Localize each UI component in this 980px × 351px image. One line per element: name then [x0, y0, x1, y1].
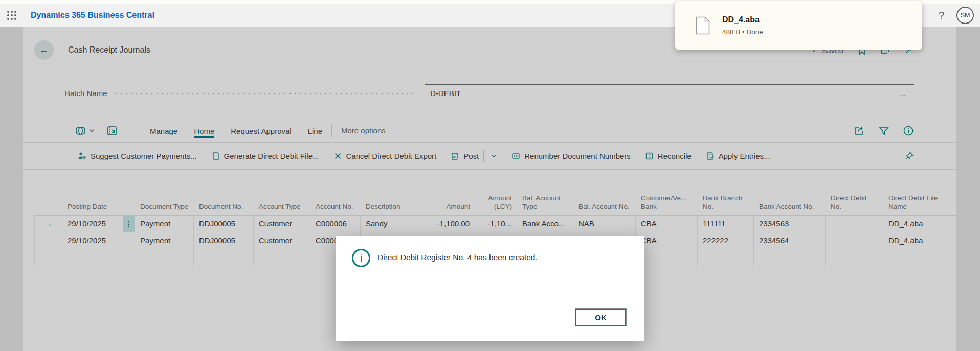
file-icon [696, 16, 710, 35]
ok-button[interactable]: OK [575, 308, 627, 326]
dialog-message: Direct Debit Register No. 4 has been cre… [377, 253, 629, 262]
download-info: DD_4.aba 488 B • Done [722, 15, 763, 36]
help-icon[interactable]: ? [939, 10, 944, 21]
download-status: 488 B • Done [722, 28, 763, 36]
avatar[interactable]: SM [956, 7, 974, 24]
screen: Dynamics 365 Business Central ? SM ← Cas… [0, 0, 980, 351]
waffle-menu-icon[interactable] [6, 10, 17, 21]
dialog-info-icon: i [352, 249, 370, 267]
download-filename[interactable]: DD_4.aba [722, 15, 763, 25]
app-title[interactable]: Dynamics 365 Business Central [31, 11, 154, 20]
confirmation-dialog: i Direct Debit Register No. 4 has been c… [336, 236, 644, 341]
app-bar-right: ? SM [939, 7, 974, 24]
download-popup[interactable]: DD_4.aba 488 B • Done [675, 1, 922, 50]
